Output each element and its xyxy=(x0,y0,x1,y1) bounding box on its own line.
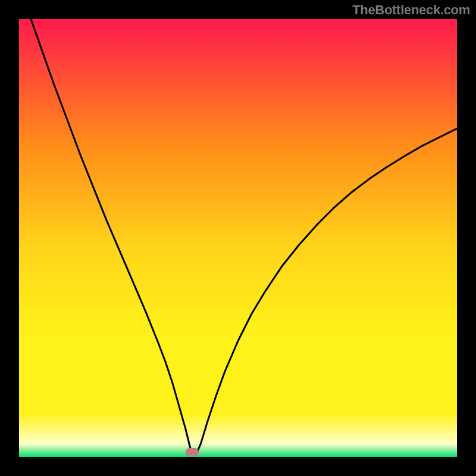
bottleneck-chart xyxy=(0,0,476,476)
plot-background xyxy=(19,19,457,457)
watermark-text: TheBottleneck.com xyxy=(352,2,470,18)
optimum-marker xyxy=(186,448,199,456)
chart-container: TheBottleneck.com xyxy=(0,0,476,476)
